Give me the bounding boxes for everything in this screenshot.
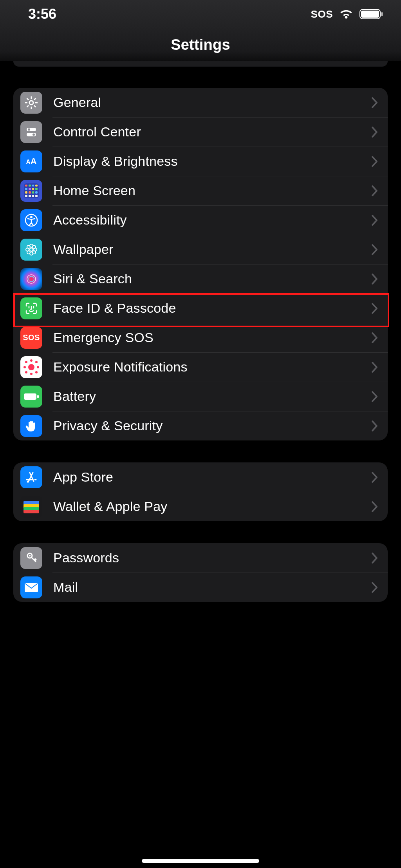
row-label: Accessibility bbox=[53, 212, 371, 228]
chevron-right-icon bbox=[371, 501, 378, 513]
svg-point-24 bbox=[33, 245, 36, 248]
chevron-right-icon bbox=[371, 244, 378, 256]
svg-line-10 bbox=[27, 105, 29, 107]
chevron-right-icon bbox=[371, 126, 378, 138]
row-siri-search[interactable]: Siri & Search bbox=[13, 264, 388, 294]
svg-point-26 bbox=[33, 251, 36, 254]
row-label: Passwords bbox=[53, 550, 371, 565]
battery-icon bbox=[359, 9, 384, 20]
row-label: Exposure Notifications bbox=[53, 359, 371, 375]
page-title: Settings bbox=[171, 36, 230, 53]
wallet-icon bbox=[20, 496, 42, 518]
face-id-icon bbox=[20, 297, 42, 319]
sos-icon: SOS bbox=[20, 327, 42, 349]
status-right: SOS bbox=[311, 8, 384, 20]
status-sos-label: SOS bbox=[311, 8, 333, 20]
settings-group-accounts: Passwords Mail bbox=[13, 543, 388, 602]
envelope-icon bbox=[20, 576, 42, 598]
chevron-right-icon bbox=[371, 361, 378, 373]
row-label: Mail bbox=[53, 580, 371, 595]
row-app-store[interactable]: App Store bbox=[13, 462, 388, 492]
row-label: General bbox=[53, 95, 371, 110]
status-bar: 3:56 SOS bbox=[0, 0, 401, 28]
text-size-icon: AA bbox=[20, 150, 42, 172]
app-store-icon bbox=[20, 466, 42, 488]
gear-icon bbox=[20, 92, 42, 114]
wifi-icon bbox=[338, 8, 354, 20]
svg-point-28 bbox=[29, 276, 34, 282]
row-mail[interactable]: Mail bbox=[13, 573, 388, 602]
svg-point-3 bbox=[29, 101, 33, 105]
svg-line-9 bbox=[34, 105, 36, 107]
row-passwords[interactable]: Passwords bbox=[13, 543, 388, 573]
settings-group-store: App Store Wallet & Apple Pay bbox=[13, 462, 388, 521]
svg-point-13 bbox=[28, 128, 30, 130]
exposure-icon bbox=[20, 356, 42, 378]
row-label: App Store bbox=[53, 469, 371, 485]
row-control-center[interactable]: Control Center bbox=[13, 117, 388, 147]
toggles-icon bbox=[20, 121, 42, 143]
app-grid-icon bbox=[20, 180, 42, 202]
row-label: Face ID & Passcode bbox=[53, 301, 371, 316]
svg-rect-40 bbox=[25, 583, 38, 592]
row-general[interactable]: General bbox=[13, 88, 388, 117]
row-display-brightness[interactable]: AA Display & Brightness bbox=[13, 147, 388, 176]
row-wallpaper[interactable]: Wallpaper bbox=[13, 235, 388, 264]
svg-point-18 bbox=[30, 248, 33, 251]
previous-group-edge bbox=[13, 61, 388, 67]
row-home-screen[interactable]: Home Screen bbox=[13, 176, 388, 205]
row-battery[interactable]: Battery bbox=[13, 382, 388, 411]
svg-point-23 bbox=[27, 245, 30, 248]
row-face-id-passcode[interactable]: Face ID & Passcode bbox=[13, 294, 388, 323]
chevron-right-icon bbox=[371, 97, 378, 109]
row-label: Wallet & Apple Pay bbox=[53, 499, 371, 514]
chevron-right-icon bbox=[371, 273, 378, 285]
chevron-right-icon bbox=[371, 420, 378, 432]
svg-rect-31 bbox=[24, 393, 36, 400]
accessibility-icon bbox=[20, 209, 42, 231]
nav-bar: Settings bbox=[0, 28, 401, 61]
row-label: Display & Brightness bbox=[53, 154, 371, 169]
row-label: Privacy & Security bbox=[53, 418, 371, 433]
status-time: 3:56 bbox=[28, 6, 56, 22]
row-exposure-notifications[interactable]: Exposure Notifications bbox=[13, 352, 388, 382]
hand-icon bbox=[20, 415, 42, 437]
row-label: Battery bbox=[53, 389, 371, 404]
svg-point-39 bbox=[29, 555, 31, 556]
settings-group-system: General Control Center AA Display & Brig… bbox=[13, 88, 388, 440]
battery-full-icon bbox=[20, 386, 42, 408]
chevron-right-icon bbox=[371, 185, 378, 197]
chevron-right-icon bbox=[371, 303, 378, 314]
chevron-right-icon bbox=[371, 582, 378, 593]
chevron-right-icon bbox=[371, 332, 378, 344]
svg-rect-1 bbox=[361, 11, 379, 18]
chevron-right-icon bbox=[371, 214, 378, 226]
flower-icon bbox=[20, 239, 42, 261]
chevron-right-icon bbox=[371, 471, 378, 483]
siri-icon bbox=[20, 268, 42, 290]
row-accessibility[interactable]: Accessibility bbox=[13, 205, 388, 235]
row-label: Emergency SOS bbox=[53, 330, 371, 345]
row-wallet-applepay[interactable]: Wallet & Apple Pay bbox=[13, 492, 388, 521]
svg-line-37 bbox=[27, 481, 28, 482]
row-label: Control Center bbox=[53, 124, 371, 140]
row-label: Siri & Search bbox=[53, 271, 371, 286]
svg-point-15 bbox=[33, 133, 35, 136]
row-label: Wallpaper bbox=[53, 242, 371, 257]
key-icon bbox=[20, 547, 42, 569]
home-indicator[interactable] bbox=[142, 859, 259, 863]
chevron-right-icon bbox=[371, 156, 378, 167]
svg-line-8 bbox=[27, 98, 29, 100]
svg-line-11 bbox=[34, 98, 36, 100]
settings-content: General Control Center AA Display & Brig… bbox=[0, 61, 401, 618]
svg-rect-2 bbox=[381, 12, 383, 16]
chevron-right-icon bbox=[371, 552, 378, 564]
row-privacy-security[interactable]: Privacy & Security bbox=[13, 411, 388, 440]
svg-point-17 bbox=[30, 216, 33, 218]
row-label: Home Screen bbox=[53, 183, 371, 198]
svg-point-25 bbox=[27, 251, 30, 254]
row-emergency-sos[interactable]: SOS Emergency SOS bbox=[13, 323, 388, 352]
svg-rect-32 bbox=[37, 395, 39, 398]
chevron-right-icon bbox=[371, 391, 378, 402]
